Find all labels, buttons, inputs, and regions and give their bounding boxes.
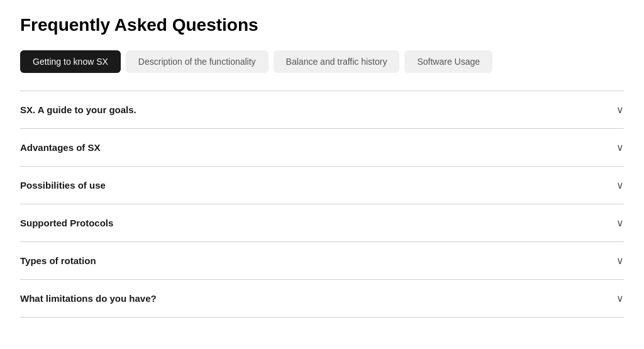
chevron-down-icon: ∨ [616,141,624,153]
tab-balance[interactable]: Balance and traffic history [274,50,400,73]
faq-item[interactable]: Possibilities of use∨ [20,167,624,204]
faq-item[interactable]: What limitations do you have?∨ [20,280,624,318]
chevron-down-icon: ∨ [616,255,624,267]
chevron-down-icon: ∨ [616,217,624,229]
faq-item[interactable]: Types of rotation∨ [20,242,624,280]
chevron-down-icon: ∨ [616,292,624,304]
faq-question: Advantages of SX [20,142,101,153]
faq-item[interactable]: Advantages of SX∨ [20,129,624,167]
chevron-down-icon: ∨ [616,104,624,116]
faq-item[interactable]: SX. A guide to your goals.∨ [20,91,624,129]
tab-description[interactable]: Description of the functionality [126,50,269,73]
tab-software[interactable]: Software Usage [404,50,492,73]
faq-item[interactable]: Supported Protocols∨ [20,204,624,242]
faq-list: SX. A guide to your goals.∨Advantages of… [20,91,624,318]
tab-getting-to-know[interactable]: Getting to know SX [20,50,121,73]
faq-question: What limitations do you have? [20,293,157,304]
page-title: Frequently Asked Questions [20,15,624,35]
faq-question: Supported Protocols [20,218,113,228]
tabs-container: Getting to know SXDescription of the fun… [20,50,624,73]
faq-question: Types of rotation [20,255,96,266]
faq-question: SX. A guide to your goals. [20,104,136,115]
chevron-down-icon: ∨ [616,179,624,191]
faq-question: Possibilities of use [20,180,106,191]
